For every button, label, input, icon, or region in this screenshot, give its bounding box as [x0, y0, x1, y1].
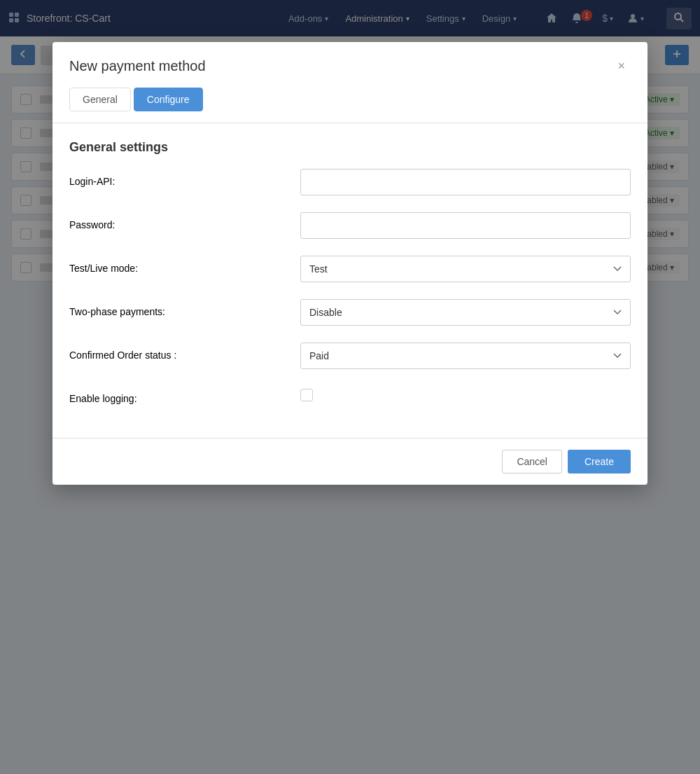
enable-logging-label: Enable logging:: [69, 393, 137, 404]
form-group-enable-logging: Enable logging:: [69, 386, 631, 404]
test-live-select[interactable]: Test Live: [300, 256, 631, 282]
enable-logging-checkbox[interactable]: [300, 389, 313, 401]
form-group-test-live: Test/Live mode: Test Live: [69, 256, 631, 282]
form-label-confirmed-order: Confirmed Order status :: [69, 343, 300, 361]
form-input-col-enable-logging: [300, 386, 631, 403]
form-input-col-test-live: Test Live: [300, 256, 631, 282]
form-group-confirmed-order: Confirmed Order status : Paid Complete P…: [69, 343, 631, 369]
modal-tabs: General Configure: [52, 88, 648, 111]
form-group-login-api: Login-API:: [69, 169, 631, 195]
modal-title: New payment method: [69, 58, 206, 74]
form-input-col-confirmed-order: Paid Complete Processing: [300, 343, 631, 369]
form-input-col-login-api: [300, 169, 631, 195]
form-row-two-phase: Two-phase payments: Disable Enable: [69, 299, 631, 326]
confirmed-order-label: Confirmed Order status :: [69, 350, 176, 361]
form-group-password: Password:: [69, 212, 631, 239]
two-phase-label: Two-phase payments:: [69, 306, 165, 317]
test-live-label: Test/Live mode:: [69, 263, 138, 274]
form-row-test-live: Test/Live mode: Test Live: [69, 256, 631, 282]
modal-close-button[interactable]: ×: [612, 56, 631, 76]
form-group-two-phase: Two-phase payments: Disable Enable: [69, 299, 631, 326]
login-api-label: Login-API:: [69, 176, 115, 187]
form-row-enable-logging: Enable logging:: [69, 386, 631, 404]
form-input-col-two-phase: Disable Enable: [300, 299, 631, 326]
form-label-test-live: Test/Live mode:: [69, 256, 300, 274]
modal-header: New payment method ×: [52, 42, 648, 88]
create-button[interactable]: Create: [568, 450, 631, 474]
password-label: Password:: [69, 219, 115, 230]
form-row-confirmed-order: Confirmed Order status : Paid Complete P…: [69, 343, 631, 369]
login-api-input[interactable]: [300, 169, 631, 195]
tab-general[interactable]: General: [69, 88, 131, 111]
modal-overlay: New payment method × General Configure G…: [0, 0, 700, 774]
section-title: General settings: [69, 140, 631, 155]
modal-dialog: New payment method × General Configure G…: [52, 42, 648, 485]
form-row-login-api: Login-API:: [69, 169, 631, 195]
form-row-password: Password:: [69, 212, 631, 239]
tab-configure[interactable]: Configure: [134, 88, 203, 111]
form-input-col-password: [300, 212, 631, 239]
form-label-password: Password:: [69, 212, 300, 230]
confirmed-order-select[interactable]: Paid Complete Processing: [300, 343, 631, 369]
modal-body: General settings Login-API: Password:: [52, 123, 648, 438]
two-phase-select[interactable]: Disable Enable: [300, 299, 631, 326]
modal-footer: Cancel Create: [52, 438, 648, 485]
form-label-two-phase: Two-phase payments:: [69, 299, 300, 317]
password-input[interactable]: [300, 212, 631, 239]
form-label-enable-logging: Enable logging:: [69, 386, 300, 404]
form-label-login-api: Login-API:: [69, 169, 300, 187]
cancel-button[interactable]: Cancel: [502, 450, 562, 474]
